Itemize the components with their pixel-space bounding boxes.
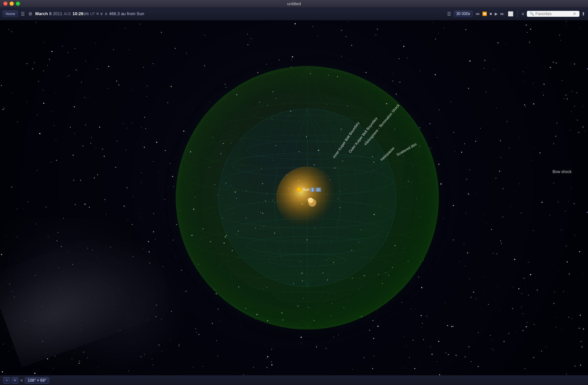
- svg-point-22: [308, 199, 316, 207]
- home-button[interactable]: Home: [3, 11, 18, 17]
- search-input[interactable]: [535, 12, 572, 16]
- skip-back-button[interactable]: ⏮: [475, 11, 481, 17]
- toolbar: Home ☰ ⚙ March 8 2011 ACE 10:26:05 UT ≡ …: [0, 7, 588, 20]
- search-icon: 🔍: [529, 12, 534, 16]
- sun-label-container: Sun i ☑: [297, 187, 321, 192]
- window-controls[interactable]: [3, 2, 20, 6]
- sphere-grid-svg: [176, 66, 439, 329]
- step-back-button[interactable]: ⏪: [481, 11, 488, 17]
- time-label: 10:26:05: [72, 11, 89, 16]
- day-label: 8: [49, 11, 52, 16]
- share-button[interactable]: ⬆: [581, 11, 585, 16]
- distance-label: 466.3 au from Sun: [109, 11, 144, 16]
- window-title: untitled: [287, 1, 301, 6]
- zoom-minus-button[interactable]: −: [3, 377, 10, 384]
- menu-icon[interactable]: ☰: [20, 11, 26, 17]
- era-label: ACE: [64, 12, 71, 16]
- maximize-button[interactable]: [16, 2, 20, 6]
- month-label: March: [35, 11, 48, 16]
- play-button[interactable]: ▶: [494, 11, 499, 17]
- sun-badge-1: i: [311, 188, 314, 192]
- title-bar: untitled: [0, 0, 588, 7]
- sun-text: Sun: [303, 187, 310, 192]
- close-button[interactable]: [3, 2, 8, 6]
- year-label: 2011: [53, 11, 62, 16]
- hamburger-icon[interactable]: ☰: [446, 11, 452, 17]
- timezone-label: UT: [90, 12, 95, 16]
- minimize-button[interactable]: [10, 2, 14, 6]
- toolbar-icons-2: ≡ ∨ ∧: [96, 11, 108, 16]
- toolbar-right: ☰ 30 000x ⏮ ⏪ ■ ▶ ⏭ ⬜ ≡ 🔍 ✕ ⬆: [446, 10, 585, 17]
- zoom-plus-button[interactable]: +: [12, 377, 18, 384]
- speed-display[interactable]: 30 000x: [454, 11, 473, 17]
- sun-icon: [297, 187, 301, 192]
- date-display: March 8 2011 ACE 10:26:05 UT ≡ ∨ ∧ 466.3…: [35, 11, 144, 16]
- playback-controls: ⏮ ⏪ ■ ▶ ⏭: [475, 11, 505, 17]
- bow-shock-label: Bow shock: [553, 169, 572, 174]
- separator: [517, 10, 518, 17]
- list-icon[interactable]: ≡: [521, 11, 525, 17]
- sun-badge-2: ☑: [316, 188, 321, 192]
- view-toggle-icon[interactable]: ⬜: [507, 11, 514, 17]
- skip-forward-button[interactable]: ⏭: [499, 11, 505, 17]
- viewport: Sun i ☑ Inner Kuiper Belt Boundary Outer…: [0, 20, 588, 375]
- fov-display: 108° × 69°: [25, 377, 49, 384]
- search-box[interactable]: 🔍 ✕: [527, 11, 579, 17]
- solar-sphere: Sun i ☑ Inner Kuiper Belt Boundary Outer…: [176, 66, 439, 329]
- statusbar: − + ≡ 108° × 69°: [0, 375, 588, 385]
- menu-status-icon[interactable]: ≡: [20, 377, 23, 383]
- svg-point-20: [276, 167, 339, 229]
- search-clear-icon[interactable]: ✕: [573, 12, 576, 16]
- settings-icon[interactable]: ⚙: [28, 11, 33, 17]
- stop-button[interactable]: ■: [489, 11, 493, 17]
